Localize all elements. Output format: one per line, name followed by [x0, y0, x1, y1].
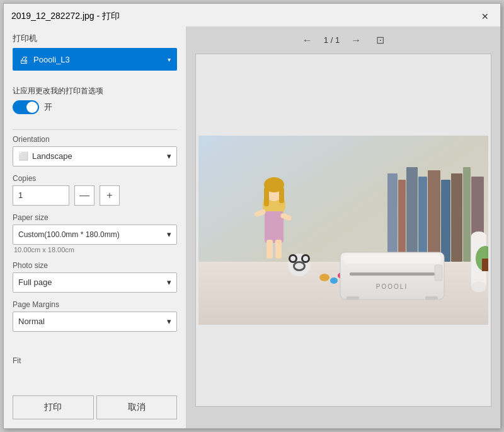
printer-dropdown[interactable]: 🖨 Poooli_L3 ▾	[13, 48, 177, 71]
title-bar: 2019_12_282272.jpg - 打印 ✕	[4, 4, 500, 26]
orientation-icon: ⬜	[18, 151, 28, 161]
copies-input[interactable]	[13, 185, 69, 206]
svg-rect-23	[275, 240, 282, 259]
svg-rect-9	[463, 167, 471, 262]
svg-rect-2	[387, 173, 398, 262]
svg-point-32	[330, 277, 338, 284]
orientation-group: Orientation ⬜ Landscape ▾	[13, 135, 177, 166]
paper-size-sub: 10.00cm x 18.00cm	[13, 246, 177, 254]
page-margins-chevron-icon: ▾	[167, 317, 171, 326]
page-margins-dropdown[interactable]: Normal ▾	[13, 312, 177, 332]
print-button[interactable]: 打印	[13, 395, 94, 419]
orientation-label: Orientation	[13, 135, 177, 144]
divider-1	[13, 129, 177, 130]
cancel-button[interactable]: 取消	[96, 395, 178, 419]
copies-plus-button[interactable]: +	[100, 185, 120, 206]
page-margins-group: Page Margins Normal ▾	[13, 300, 177, 332]
svg-rect-40	[346, 296, 359, 300]
svg-rect-43	[482, 259, 488, 271]
paper-size-value: Custom(100.0mm * 180.0mm)	[18, 230, 167, 239]
paper-size-group: Paper size Custom(100.0mm * 180.0mm) ▾ 1…	[13, 213, 177, 254]
copies-row: — +	[13, 185, 177, 206]
dialog-content: 打印机 🖨 Poooli_L3 ▾ 让应用更改我的打印首选项 开	[4, 26, 500, 428]
fit-group: Fit	[13, 356, 177, 365]
svg-rect-4	[406, 167, 418, 262]
svg-rect-3	[398, 180, 406, 262]
bottom-buttons: 打印 取消	[13, 390, 177, 419]
printer-name: Poooli_L3	[33, 55, 70, 64]
left-panel: 打印机 🖨 Poooli_L3 ▾ 让应用更改我的打印首选项 开	[4, 26, 186, 428]
svg-point-27	[290, 256, 295, 261]
svg-rect-6	[428, 170, 440, 262]
preview-image: POOOLI	[198, 136, 488, 325]
print-dialog: 2019_12_282272.jpg - 打印 ✕ 打印机 🖨 Poooli_L…	[3, 3, 501, 429]
photo-size-label: Photo size	[13, 261, 177, 270]
page-margins-value: Normal	[18, 317, 167, 326]
toggle-row: 开	[13, 100, 177, 114]
printer-chevron-icon: ▾	[168, 56, 171, 63]
toggle-state-label: 开	[44, 102, 52, 113]
next-page-button[interactable]: →	[347, 33, 365, 47]
page-info: 1 / 1	[324, 35, 340, 45]
svg-rect-5	[418, 177, 427, 262]
paper-size-label: Paper size	[13, 213, 177, 222]
svg-rect-18	[264, 187, 269, 206]
copies-label: Copies	[13, 174, 177, 183]
allow-section: 让应用更改我的打印首选项 开	[13, 86, 177, 114]
close-button[interactable]: ✕	[478, 9, 493, 24]
svg-rect-39	[435, 265, 442, 281]
photo-size-value: Full page	[18, 277, 167, 287]
preview-area: POOOLI	[195, 54, 491, 407]
svg-rect-36	[343, 254, 441, 264]
photo-size-chevron-icon: ▾	[167, 277, 171, 287]
preview-nav: ← 1 / 1 → ⊡	[299, 33, 388, 47]
copies-group: Copies — +	[13, 174, 177, 206]
svg-rect-8	[451, 173, 462, 262]
printer-section: 打印机 🖨 Poooli_L3 ▾	[13, 33, 177, 78]
photo-size-dropdown[interactable]: Full page ▾	[13, 272, 177, 293]
printer-section-label: 打印机	[13, 33, 177, 44]
allow-label: 让应用更改我的打印首选项	[13, 86, 177, 96]
svg-rect-37	[350, 272, 435, 276]
svg-point-30	[295, 263, 304, 269]
printer-icon: 🖨	[19, 54, 28, 65]
orientation-chevron-icon: ▾	[167, 151, 171, 161]
dialog-title: 2019_12_282272.jpg - 打印	[11, 11, 120, 22]
svg-rect-19	[279, 187, 284, 203]
page-margins-label: Page Margins	[13, 300, 177, 309]
svg-rect-7	[441, 180, 450, 262]
svg-point-28	[303, 256, 308, 261]
printer-name-wrap: 🖨 Poooli_L3	[19, 54, 168, 65]
orientation-value: Landscape	[32, 151, 167, 161]
fit-to-window-button[interactable]: ⊡	[372, 33, 388, 47]
paper-size-dropdown[interactable]: Custom(100.0mm * 180.0mm) ▾	[13, 225, 177, 245]
paper-size-chevron-icon: ▾	[167, 230, 171, 239]
svg-point-13	[471, 282, 486, 292]
photo-size-group: Photo size Full page ▾	[13, 261, 177, 293]
copies-minus-button[interactable]: —	[74, 185, 94, 206]
fit-label: Fit	[13, 356, 177, 365]
svg-rect-41	[425, 296, 438, 300]
svg-text:POOOLI: POOOLI	[376, 283, 408, 290]
orientation-dropdown[interactable]: ⬜ Landscape ▾	[13, 146, 177, 166]
allow-toggle[interactable]	[13, 100, 39, 114]
right-panel: ← 1 / 1 → ⊡	[186, 26, 500, 428]
prev-page-button[interactable]: ←	[299, 33, 316, 47]
svg-rect-22	[266, 240, 273, 259]
svg-point-31	[319, 274, 329, 281]
